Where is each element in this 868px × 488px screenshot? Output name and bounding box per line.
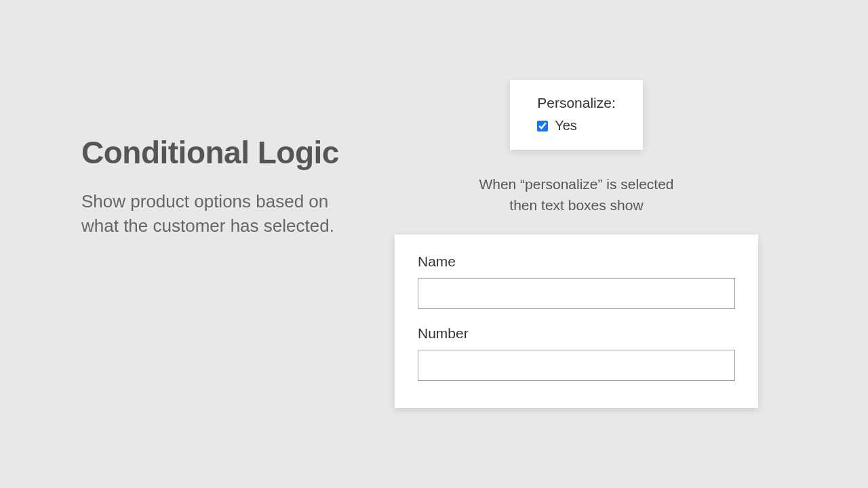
caption-line-2: then text boxes show (479, 195, 673, 216)
caption-text: When “personalize” is selected then text… (479, 174, 673, 216)
personalize-option-row[interactable]: Yes (537, 118, 616, 134)
number-field-label: Number (418, 325, 735, 342)
personalize-card: Personalize: Yes (510, 80, 643, 150)
form-card: Name Number (395, 235, 758, 408)
page-heading: Conditional Logic (81, 134, 366, 171)
field-group-number: Number (418, 325, 735, 381)
caption-line-1: When “personalize” is selected (479, 174, 673, 195)
right-column: Personalize: Yes When “personalize” is s… (366, 80, 787, 408)
personalize-label: Personalize: (537, 95, 616, 111)
name-field-label: Name (418, 253, 735, 270)
personalize-option-text: Yes (555, 118, 577, 134)
field-group-name: Name (418, 253, 735, 309)
number-input[interactable] (418, 350, 735, 381)
page-subheading: Show product options based on what the c… (81, 190, 366, 239)
left-column: Conditional Logic Show product options b… (81, 80, 366, 239)
name-input[interactable] (418, 278, 735, 309)
personalize-checkbox[interactable] (537, 121, 548, 131)
